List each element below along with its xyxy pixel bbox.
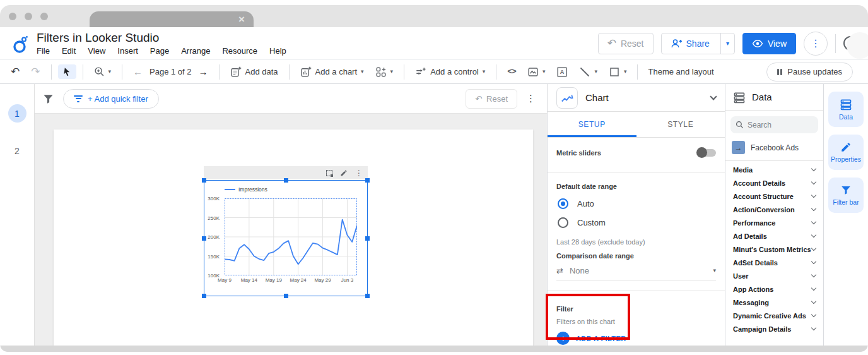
metric-sliders-toggle[interactable] (697, 149, 716, 157)
view-button[interactable]: View (742, 33, 796, 54)
menu-item-file[interactable]: File (37, 46, 50, 56)
undo-button[interactable]: ↶ (6, 63, 24, 81)
field-search[interactable] (730, 116, 818, 133)
zoom-in-icon (94, 66, 105, 77)
resize-handle[interactable] (284, 294, 288, 298)
field-group-messaging[interactable]: Messaging (725, 296, 823, 309)
zoom-tool-button[interactable]: ▾ (90, 64, 116, 80)
caret-down-icon: ▾ (624, 69, 627, 75)
caret-down-icon: ▾ (361, 69, 364, 75)
tab-setup[interactable]: SETUP (548, 112, 636, 137)
resize-handle[interactable] (202, 178, 206, 183)
field-group-ad-details[interactable]: Ad Details (725, 229, 823, 243)
canvas-more-options[interactable]: ⋮ (526, 93, 536, 104)
data-source-row[interactable]: → Facebook Ads (725, 136, 823, 161)
resize-handle[interactable] (365, 236, 370, 241)
image-tool-button[interactable]: ▾ (523, 64, 550, 80)
window-close-dot[interactable] (9, 13, 16, 20)
next-page-button[interactable]: → (194, 64, 213, 80)
page-thumb-1[interactable]: 1 (8, 104, 26, 123)
resize-handle[interactable] (284, 178, 288, 183)
menu-item-arrange[interactable]: Arrange (181, 46, 210, 56)
search-input[interactable] (748, 121, 811, 129)
text-tool-button[interactable]: A (552, 64, 572, 80)
window-minimize-dot[interactable] (25, 13, 32, 20)
share-dropdown-caret[interactable]: ▾ (720, 33, 734, 54)
add-data-button[interactable]: Add data (226, 64, 283, 80)
redo-button[interactable]: ↷ (26, 63, 44, 81)
url-embed-button[interactable]: <> (503, 64, 520, 79)
theme-layout-button[interactable]: Theme and layout (644, 67, 713, 76)
rectangle-icon (609, 66, 620, 78)
menu-item-resource[interactable]: Resource (222, 46, 257, 56)
field-group-campaign-details[interactable]: Campaign Details (725, 322, 823, 335)
report-page[interactable]: ⋮ Impressions (54, 129, 533, 346)
chevron-down-icon (811, 179, 816, 184)
menu-bar: FileEditViewInsertPageArrangeResourceHel… (37, 46, 286, 56)
pause-icon (777, 69, 782, 75)
field-group-performance[interactable]: Performance (725, 216, 823, 229)
y-tick-label: 200K (208, 234, 220, 240)
menu-item-view[interactable]: View (88, 46, 105, 56)
canvas-reset-button[interactable]: ↶ Reset (466, 89, 517, 109)
x-tick-label: May 29 (312, 277, 334, 283)
edit-pencil-icon[interactable] (340, 169, 348, 177)
radio-selected-icon (558, 198, 568, 209)
date-range-value: Last 28 days (exclude today) (556, 238, 716, 246)
avatar[interactable] (847, 32, 868, 59)
filter-label: Filter (556, 305, 716, 313)
comparison-date-dropdown[interactable]: ⇄ None ▾ (556, 266, 716, 280)
tab-style[interactable]: STYLE (636, 112, 725, 137)
share-button[interactable]: Share ▾ (661, 33, 735, 54)
field-group-minut-s-custom-metrics[interactable]: Minut's Custom Metrics (725, 243, 823, 256)
caret-down-icon: ▾ (390, 69, 394, 75)
add-chart-icon (300, 66, 312, 78)
active-tab-underline (548, 135, 636, 137)
reset-button[interactable]: ↶ Reset (598, 33, 654, 54)
field-group-app-actions[interactable]: App Actions (725, 282, 823, 296)
menu-item-insert[interactable]: Insert (117, 46, 138, 56)
select-tool-button[interactable] (58, 64, 76, 79)
line-tool-button[interactable]: ▾ (575, 64, 602, 80)
browser-tab[interactable]: × (90, 11, 254, 27)
field-group-dynamic-creative-ads[interactable]: Dynamic Creative Ads (725, 309, 823, 322)
field-group-adset-details[interactable]: AdSet Details (725, 256, 823, 269)
window-zoom-dot[interactable] (40, 13, 48, 20)
menu-item-edit[interactable]: Edit (62, 46, 76, 56)
line-chart-widget[interactable]: ⋮ Impressions (204, 180, 368, 296)
resize-handle[interactable] (365, 294, 370, 298)
rail-filter-bar-button[interactable]: Filter bar (828, 178, 864, 213)
field-group-account-structure[interactable]: Account Structure (725, 190, 823, 203)
menu-item-page[interactable]: Page (150, 46, 169, 56)
text-box-icon: A (556, 66, 568, 78)
report-canvas[interactable]: ⋮ Impressions (35, 114, 547, 346)
menu-item-help[interactable]: Help (269, 46, 286, 56)
add-filter-button[interactable]: + ADD A FILTER (556, 332, 716, 345)
pause-updates-button[interactable]: Pause updates (766, 63, 853, 81)
page-thumb-2[interactable]: 2 (8, 141, 26, 160)
page-indicator[interactable]: Page 1 of 2 (150, 67, 192, 76)
select-region-icon[interactable] (326, 170, 332, 176)
rail-properties-button[interactable]: Properties (828, 135, 864, 170)
add-quick-filter-button[interactable]: + Add quick filter (63, 89, 159, 109)
chevron-down-icon[interactable] (710, 93, 717, 100)
chart-menu-icon[interactable]: ⋮ (355, 169, 363, 178)
field-group-action-conversion[interactable]: Action/Conversion (725, 203, 823, 216)
rail-data-button[interactable]: Data (828, 92, 864, 127)
date-range-custom-option[interactable]: Custom (558, 217, 716, 228)
field-group-media[interactable]: Media (725, 163, 823, 176)
more-options-button[interactable]: ⋮ (804, 32, 828, 56)
add-chart-button[interactable]: Add a chart ▾ (296, 64, 368, 80)
tab-close-icon[interactable]: × (238, 14, 245, 25)
field-group-account-details[interactable]: Account Details (725, 176, 823, 190)
prev-page-button[interactable]: ← (129, 64, 147, 80)
funnel-icon[interactable] (42, 93, 54, 105)
resize-handle[interactable] (365, 178, 370, 183)
community-visualizations-button[interactable]: ▾ (371, 64, 398, 80)
add-control-button[interactable]: Add a control ▾ (411, 64, 490, 80)
shape-tool-button[interactable]: ▾ (604, 64, 631, 80)
report-title[interactable]: Filters in Looker Studio (37, 31, 286, 45)
field-group-user[interactable]: User (725, 269, 823, 282)
date-range-auto-option[interactable]: Auto (558, 198, 716, 209)
resize-handle[interactable] (202, 294, 206, 298)
